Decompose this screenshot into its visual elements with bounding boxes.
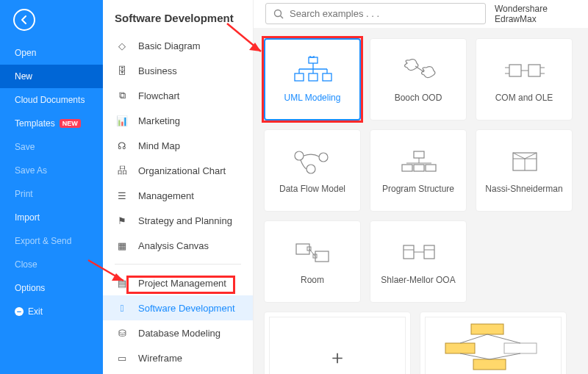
svg-rect-45 [445, 343, 475, 353]
blank-thumb: ＋ [269, 317, 406, 374]
brand-label: Wondershare EdrawMax [495, 4, 576, 24]
cat-flowchart[interactable]: ⧉Flowchart [103, 83, 253, 108]
uml-icon [290, 56, 334, 85]
search-box[interactable] [265, 3, 486, 24]
minus-icon: − [15, 307, 24, 316]
cat-mindmap[interactable]: ☊Mind Map [103, 133, 253, 158]
cat-orgchart[interactable]: 品Organizational Chart [103, 158, 253, 183]
cat-network[interactable]: ✲Network [103, 370, 253, 374]
tile-label: UML Modeling [280, 93, 345, 103]
flowchart-icon: ⧉ [115, 89, 129, 102]
svg-line-48 [460, 334, 487, 343]
nav-close[interactable]: Close [0, 253, 103, 276]
strategy-icon: ⚑ [115, 214, 129, 227]
hotel-thumb [425, 317, 562, 374]
cat-project-management[interactable]: ▤Project Management [103, 270, 253, 295]
com-ole-icon [502, 56, 546, 85]
badge-new: NEW [60, 119, 81, 128]
nav-import[interactable]: Import [0, 206, 103, 229]
cat-strategy[interactable]: ⚑Strategy and Planning [103, 208, 253, 233]
template-grid: UML Modeling Booch OOD COM and OLE Data … [254, 28, 588, 374]
nav-print[interactable]: Print [0, 182, 103, 206]
category-header: Software Development [103, 0, 253, 33]
svg-line-49 [487, 334, 520, 343]
management-icon: ☰ [115, 189, 129, 202]
nav-cloud-documents[interactable]: Cloud Documents [0, 88, 103, 112]
svg-rect-11 [323, 73, 331, 81]
tile-nassi-shneiderman[interactable]: Nassi-Shneiderman [476, 129, 573, 212]
svg-line-32 [525, 153, 537, 159]
main-panel: Wondershare EdrawMax UML Modeling Booch … [254, 0, 588, 374]
nav-options[interactable]: Options [0, 276, 103, 300]
shlaer-icon [396, 238, 440, 267]
tile-label: Room [296, 275, 329, 285]
cat-analysis[interactable]: ▦Analysis Canvas [103, 233, 253, 258]
svg-rect-41 [424, 245, 434, 259]
orgchart-icon: 品 [115, 164, 129, 177]
mindmap-icon: ☊ [115, 139, 129, 152]
svg-point-20 [295, 151, 304, 160]
cat-basic-diagram[interactable]: ◇Basic Diagram [103, 33, 253, 58]
nav-save[interactable]: Save [0, 135, 103, 159]
tile-label: Nassi-Shneiderman [481, 184, 567, 194]
svg-line-31 [513, 153, 525, 159]
tile-com-ole[interactable]: COM and OLE [476, 38, 573, 121]
room-icon [290, 238, 334, 267]
svg-point-0 [275, 10, 282, 16]
tile-label: COM and OLE [491, 93, 558, 103]
file-sidebar: Open New Cloud Documents Templates NEW S… [0, 0, 103, 374]
tile-shlaer-mellor[interactable]: Shlaer-Mellor OOA [370, 220, 467, 303]
nassi-icon [502, 147, 546, 176]
back-button[interactable] [13, 9, 35, 31]
nav-export-send[interactable]: Export & Send [0, 229, 103, 253]
tile-booch-ood[interactable]: Booch OOD [370, 38, 467, 121]
tile-uml-modeling[interactable]: UML Modeling [264, 38, 361, 121]
category-sidebar: Software Development ◇Basic Diagram 🗄Bus… [103, 0, 254, 374]
cat-business[interactable]: 🗄Business [103, 58, 253, 83]
svg-rect-47 [473, 359, 506, 370]
svg-rect-23 [414, 151, 424, 158]
svg-line-50 [460, 353, 490, 359]
gantt-icon: ▤ [115, 276, 129, 290]
svg-point-22 [306, 165, 315, 173]
cat-database-modeling[interactable]: ⛁Database Modeling [103, 320, 253, 345]
category-separator [115, 264, 241, 265]
cat-marketing[interactable]: 📊Marketing [103, 108, 253, 133]
svg-rect-2 [309, 57, 318, 63]
cat-wireframe[interactable]: ▭Wireframe [103, 345, 253, 370]
svg-rect-26 [402, 165, 412, 171]
svg-line-51 [490, 353, 520, 359]
svg-rect-44 [471, 324, 503, 334]
tile-label: Shlaer-Mellor OOA [376, 275, 459, 285]
progstruct-icon [396, 147, 440, 176]
nav-open[interactable]: Open [0, 41, 103, 65]
search-icon [273, 9, 284, 19]
nav-new[interactable]: New [0, 65, 103, 88]
example-blank[interactable]: ＋ [264, 312, 411, 374]
svg-line-1 [281, 15, 284, 18]
svg-rect-46 [504, 343, 537, 353]
svg-rect-28 [426, 165, 436, 171]
booch-icon [396, 56, 440, 85]
svg-rect-13 [509, 65, 521, 76]
tile-program-structure[interactable]: Program Structure [370, 129, 467, 212]
cat-management[interactable]: ☰Management [103, 183, 253, 208]
svg-rect-39 [404, 245, 414, 259]
search-input[interactable] [290, 8, 478, 19]
briefcase-icon: 🗄 [115, 64, 129, 77]
tile-data-flow[interactable]: Data Flow Model [264, 129, 361, 212]
dataflow-icon [290, 147, 334, 176]
svg-rect-35 [315, 251, 329, 262]
example-hotel-reservation[interactable]: Hotel Reservation System [420, 312, 567, 374]
cat-software-development[interactable]: 𓇱Software Development [103, 295, 253, 320]
nav-templates-label: Templates [15, 118, 55, 129]
tile-label: Data Flow Model [275, 184, 350, 194]
svg-rect-10 [309, 73, 318, 81]
nav-templates[interactable]: Templates NEW [0, 112, 103, 135]
chart-icon: 📊 [115, 114, 129, 127]
wireframe-icon: ▭ [115, 351, 129, 364]
tile-room[interactable]: Room [264, 220, 361, 303]
svg-point-21 [319, 153, 328, 162]
nav-exit[interactable]: − Exit [0, 300, 103, 323]
nav-save-as[interactable]: Save As [0, 159, 103, 182]
